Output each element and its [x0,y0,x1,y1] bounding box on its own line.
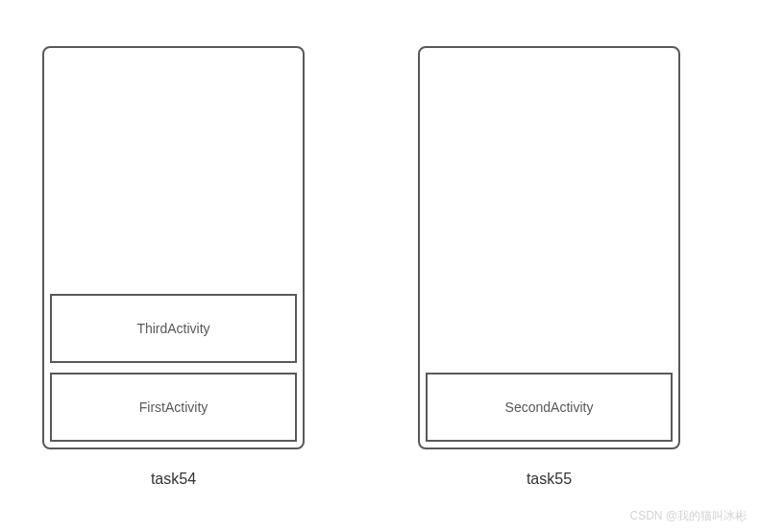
activity-box: ThirdActivity [50,294,297,363]
activity-label: FirstActivity [139,399,208,415]
activity-label: ThirdActivity [136,321,209,336]
activity-box: SecondActivity [426,373,673,442]
task-label: task54 [151,471,196,488]
task-label: task55 [527,471,572,488]
diagram-container: ThirdActivity FirstActivity task54 Secon… [0,0,760,488]
task-group-0: ThirdActivity FirstActivity task54 [42,46,305,488]
task-group-1: SecondActivity task55 [418,46,680,488]
task-stack-frame: SecondActivity [418,46,680,449]
task-stack-frame: ThirdActivity FirstActivity [42,46,305,449]
watermark-text: CSDN @我的猫叫冰彬 [629,508,747,524]
activity-box: FirstActivity [50,373,297,442]
activity-label: SecondActivity [505,399,594,415]
